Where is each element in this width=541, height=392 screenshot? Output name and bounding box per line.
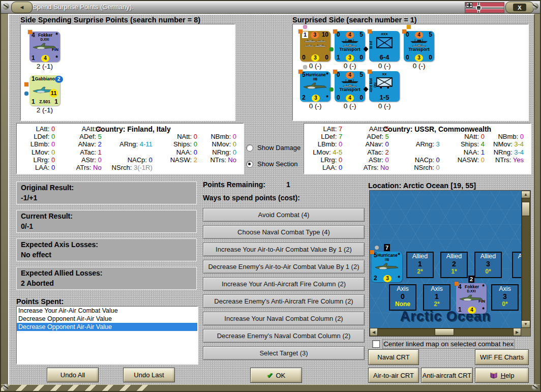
combat-map[interactable]: Arctic Ocean Allied12*Allied21*Allied30*… (369, 190, 531, 337)
decorative-bottom-bar (1, 384, 540, 391)
scroll-left-icon: ◀ (372, 330, 375, 335)
counter-bottom-row: 130 (335, 54, 365, 61)
scroll-left-button[interactable]: ◀ (370, 328, 378, 336)
value-circle: 4 (41, 55, 49, 62)
naval-crt-button[interactable]: Naval CRT (368, 349, 419, 365)
radio-label: Show Section (257, 160, 298, 168)
list-item[interactable]: Decrease Opponent Air-Air Value (17, 323, 197, 331)
stat-label: LRrg: (34, 156, 51, 164)
stat-label: AStr: (369, 156, 385, 164)
map-vertical-scrollbar[interactable]: ▲ ▼ (521, 191, 530, 328)
unit-counter[interactable]: 045Transport030 (404, 31, 434, 62)
spend-button[interactable]: Choose Naval Combat Type (4) (203, 225, 365, 239)
radio-show-section[interactable]: Show Section (246, 160, 298, 168)
unit-counter-hurricane[interactable]: 75Hurricane*IIB23* (372, 252, 402, 282)
elite-star: * (398, 275, 400, 282)
stat-value: 0 (233, 140, 236, 148)
spend-button[interactable]: Increase Your Naval Combat Column (2) (203, 312, 365, 325)
map-view[interactable]: Arctic Ocean Allied12*Allied21*Allied30*… (370, 191, 521, 328)
elite-star: * (482, 307, 485, 313)
box-title: Allied (475, 253, 501, 260)
scroll-right-button[interactable]: ▶ (513, 328, 521, 336)
stat-cell: LAtt: 7 (304, 125, 349, 133)
air-to-air-crt-button[interactable]: Air-to-air CRT (368, 368, 419, 383)
wif-fe-charts-button[interactable]: WIF FE Charts (475, 349, 529, 365)
radio-show-damage[interactable]: Show Damage (246, 144, 300, 152)
stat-value: 4-11 (140, 140, 153, 148)
counter-art (404, 39, 434, 47)
close-button[interactable]: X (505, 2, 534, 13)
nationality-tag: FIN (478, 299, 485, 304)
stat-value: 0 (233, 148, 236, 156)
stat-label: LRrg: (321, 156, 339, 164)
stat-label: LMov: (313, 148, 333, 156)
spend-surprise-points-window: ◄ Spend Surprise Points (Germany). X Sid… (0, 0, 541, 392)
unit-counter[interactable]: 045Transport040 (335, 71, 365, 102)
center-map-option[interactable]: Center linked map on selected combat hex (372, 340, 514, 348)
stat-value: 2 (194, 156, 197, 164)
unit-counter-fokker[interactable]: 24Fokker*D.XXIFIN14* (456, 283, 487, 314)
status-dot-icon (24, 92, 28, 96)
unit-counter-hurricane[interactable]: 5Hurricane*IIB23* (300, 71, 330, 102)
unit-counter-gabbiano[interactable]: 1Gabbiano2111Z.5011 (29, 75, 60, 106)
spend-button[interactable]: Decrease Enemy's Air-to-Air Combat Value… (203, 260, 365, 274)
unit-counter[interactable]: xxxIII Inf6-4 (369, 31, 400, 62)
stat-cell: LAA: 0 (304, 164, 349, 171)
undo-all-button[interactable]: Undo All (47, 368, 99, 382)
check-icon: ✔ (267, 371, 273, 379)
unit-counter[interactable]: xx43rd Mot Div1-5 (369, 71, 400, 102)
stat-label: LAA: (322, 164, 339, 171)
box-number: 2 (441, 260, 467, 268)
stat-label: NTrs: (210, 156, 228, 164)
counter-value: 0 (429, 54, 432, 61)
spend-button[interactable]: Increase Your Anti-Aircraft Fire Column … (203, 277, 365, 291)
horizontal-scroll-thumb[interactable] (435, 328, 454, 336)
status-dot-icon (329, 87, 334, 92)
scroll-down-button[interactable]: ▼ (521, 320, 530, 328)
stat-row: LBmb: 0ANav: 2ARng: 4-11Ships: 0NMov: 0 (17, 140, 243, 148)
spend-button[interactable]: Increase Your Air-to-Air Combat Value By… (203, 243, 365, 256)
unit-counter[interactable]: 1310030 (300, 31, 330, 62)
minimize-button[interactable]: ◄ (11, 2, 33, 13)
counter-value: 1 (54, 99, 58, 105)
value-circle: 3 (415, 54, 423, 62)
points-spent-list[interactable]: Increase Your Air-Air Combat ValueDecrea… (16, 306, 198, 364)
stat-value: 0 (51, 156, 55, 164)
ok-button[interactable]: ✔ OK (250, 368, 302, 383)
spend-button[interactable]: Decrease Enemy's Naval Combat Column (2) (203, 329, 365, 343)
stat-cell: ANav: 2 (62, 140, 108, 148)
spend-button[interactable]: Select Target (3) (203, 346, 365, 360)
stat-label: ATrs: (364, 164, 380, 171)
undo-last-button[interactable]: Undo Last (123, 368, 175, 382)
box-odds: 2* (424, 300, 449, 308)
value-circle: 4 (346, 72, 354, 79)
counter-top-row: 045 (404, 31, 434, 38)
stat-row: LMov: 0ATac: 1NAA: 0NRng: 0 (17, 148, 243, 156)
counter-bottom-row: 14* (456, 306, 487, 313)
spend-button[interactable]: Decrease Enemy's Anti-Aircraft Fire Colu… (203, 294, 365, 308)
checkbox-icon[interactable] (372, 340, 380, 348)
stat-cell: LDef: 0 (17, 133, 62, 140)
help-button[interactable]: Help (475, 368, 529, 383)
vertical-scroll-thumb[interactable] (522, 202, 530, 216)
stat-label: ANav: (365, 140, 385, 148)
result-label: Original Result: (21, 184, 192, 192)
list-item[interactable]: Decrease Opponent Air-Air Value (17, 315, 197, 323)
radio-circle-icon[interactable] (246, 144, 253, 152)
unit-counter-fokker[interactable]: 4Fokker*D.XXIFIN14* (29, 32, 60, 62)
stat-label: NSrch: (112, 164, 134, 171)
scroll-up-button[interactable]: ▲ (521, 191, 530, 198)
spending-units-panel: 4Fokker*D.XXIFIN14*2 (-1)1Gabbiano2111Z.… (20, 24, 235, 120)
anti-aircraft-crt-button[interactable]: Anti-aircraft CRT (421, 368, 473, 383)
map-horizontal-scrollbar[interactable]: ◀ ▶ (370, 328, 521, 336)
screw-icon (3, 3, 9, 10)
stat-value: 1 (481, 148, 485, 156)
spend-button[interactable]: Avoid Combat (4) (203, 208, 365, 222)
hazard-stripes (1, 385, 154, 391)
radio-circle-icon[interactable] (246, 161, 253, 168)
box-odds: None (390, 300, 415, 308)
unit-counter[interactable]: 045Transport130 (335, 31, 365, 62)
counter-bottom-row: 040 (335, 94, 365, 101)
nationality-tag: FIN (52, 47, 58, 52)
list-item[interactable]: Increase Your Air-Air Combat Value (17, 307, 197, 315)
